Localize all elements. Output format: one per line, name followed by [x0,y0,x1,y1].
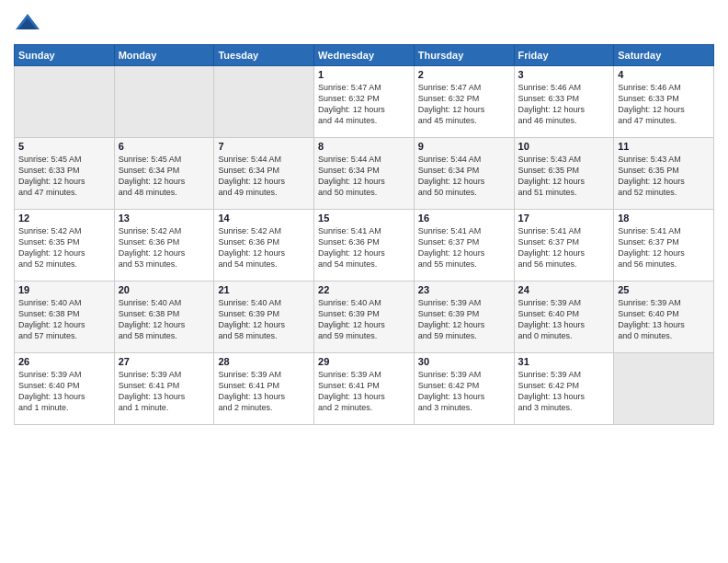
week-row-3: 12Sunrise: 5:42 AM Sunset: 6:35 PM Dayli… [15,210,714,282]
logo [14,9,45,37]
calendar-cell: 8Sunrise: 5:44 AM Sunset: 6:34 PM Daylig… [314,138,415,210]
day-info: Sunrise: 5:40 AM Sunset: 6:38 PM Dayligh… [18,297,110,342]
calendar-cell [214,66,314,138]
calendar-cell: 29Sunrise: 5:39 AM Sunset: 6:41 PM Dayli… [314,353,415,425]
day-number: 16 [418,213,510,224]
day-info: Sunrise: 5:46 AM Sunset: 6:33 PM Dayligh… [618,82,710,127]
day-info: Sunrise: 5:44 AM Sunset: 6:34 PM Dayligh… [418,154,510,199]
header-cell-thursday: Thursday [414,45,514,66]
day-number: 1 [318,69,410,80]
calendar-cell [114,66,214,138]
calendar-cell: 25Sunrise: 5:39 AM Sunset: 6:40 PM Dayli… [614,282,714,353]
calendar-cell: 22Sunrise: 5:40 AM Sunset: 6:39 PM Dayli… [314,282,415,353]
day-info: Sunrise: 5:39 AM Sunset: 6:42 PM Dayligh… [518,369,610,414]
calendar-cell: 5Sunrise: 5:45 AM Sunset: 6:33 PM Daylig… [15,138,115,210]
day-number: 19 [18,284,110,295]
day-info: Sunrise: 5:47 AM Sunset: 6:32 PM Dayligh… [318,82,410,127]
calendar-cell: 30Sunrise: 5:39 AM Sunset: 6:42 PM Dayli… [414,353,514,425]
day-number: 14 [218,213,310,224]
calendar-cell: 6Sunrise: 5:45 AM Sunset: 6:34 PM Daylig… [114,138,214,210]
day-number: 18 [618,213,710,224]
day-info: Sunrise: 5:39 AM Sunset: 6:41 PM Dayligh… [218,369,310,414]
header-cell-sunday: Sunday [15,45,115,66]
day-info: Sunrise: 5:46 AM Sunset: 6:33 PM Dayligh… [518,82,610,127]
day-info: Sunrise: 5:47 AM Sunset: 6:32 PM Dayligh… [418,82,510,127]
day-info: Sunrise: 5:40 AM Sunset: 6:39 PM Dayligh… [318,297,410,342]
calendar-cell: 7Sunrise: 5:44 AM Sunset: 6:34 PM Daylig… [214,138,314,210]
day-number: 20 [119,284,210,295]
day-info: Sunrise: 5:43 AM Sunset: 6:35 PM Dayligh… [618,154,710,199]
calendar-cell: 24Sunrise: 5:39 AM Sunset: 6:40 PM Dayli… [514,282,614,353]
day-info: Sunrise: 5:41 AM Sunset: 6:37 PM Dayligh… [418,225,510,270]
calendar-cell: 20Sunrise: 5:40 AM Sunset: 6:38 PM Dayli… [114,282,214,353]
day-number: 2 [418,69,510,80]
day-number: 10 [518,141,610,152]
calendar-cell [15,66,115,138]
day-number: 24 [518,284,610,295]
calendar-cell: 2Sunrise: 5:47 AM Sunset: 6:32 PM Daylig… [414,66,514,138]
header-cell-tuesday: Tuesday [214,45,314,66]
page: SundayMondayTuesdayWednesdayThursdayFrid… [0,0,728,434]
day-number: 15 [318,213,410,224]
day-number: 5 [18,141,110,152]
day-number: 26 [18,356,110,367]
day-info: Sunrise: 5:42 AM Sunset: 6:35 PM Dayligh… [18,225,110,270]
day-info: Sunrise: 5:39 AM Sunset: 6:40 PM Dayligh… [518,297,610,342]
day-number: 4 [618,69,710,80]
calendar-cell: 11Sunrise: 5:43 AM Sunset: 6:35 PM Dayli… [614,138,714,210]
day-info: Sunrise: 5:39 AM Sunset: 6:39 PM Dayligh… [418,297,510,342]
header [14,9,714,37]
day-number: 12 [18,213,110,224]
calendar-cell: 27Sunrise: 5:39 AM Sunset: 6:41 PM Dayli… [114,353,214,425]
calendar-cell: 21Sunrise: 5:40 AM Sunset: 6:39 PM Dayli… [214,282,314,353]
calendar-cell: 16Sunrise: 5:41 AM Sunset: 6:37 PM Dayli… [414,210,514,282]
day-number: 25 [618,284,710,295]
day-number: 22 [318,284,410,295]
day-info: Sunrise: 5:39 AM Sunset: 6:40 PM Dayligh… [618,297,710,342]
week-row-4: 19Sunrise: 5:40 AM Sunset: 6:38 PM Dayli… [15,282,714,353]
day-number: 21 [218,284,310,295]
calendar-cell: 28Sunrise: 5:39 AM Sunset: 6:41 PM Dayli… [214,353,314,425]
calendar-cell: 9Sunrise: 5:44 AM Sunset: 6:34 PM Daylig… [414,138,514,210]
day-info: Sunrise: 5:42 AM Sunset: 6:36 PM Dayligh… [218,225,310,270]
calendar-cell: 13Sunrise: 5:42 AM Sunset: 6:36 PM Dayli… [114,210,214,282]
day-info: Sunrise: 5:44 AM Sunset: 6:34 PM Dayligh… [318,154,410,199]
day-info: Sunrise: 5:42 AM Sunset: 6:36 PM Dayligh… [119,225,210,270]
day-info: Sunrise: 5:41 AM Sunset: 6:36 PM Dayligh… [318,225,410,270]
calendar-cell: 17Sunrise: 5:41 AM Sunset: 6:37 PM Dayli… [514,210,614,282]
calendar-cell: 18Sunrise: 5:41 AM Sunset: 6:37 PM Dayli… [614,210,714,282]
day-number: 28 [218,356,310,367]
day-number: 27 [119,356,210,367]
day-info: Sunrise: 5:39 AM Sunset: 6:42 PM Dayligh… [418,369,510,414]
calendar-cell: 23Sunrise: 5:39 AM Sunset: 6:39 PM Dayli… [414,282,514,353]
day-number: 8 [318,141,410,152]
day-info: Sunrise: 5:44 AM Sunset: 6:34 PM Dayligh… [218,154,310,199]
header-cell-monday: Monday [114,45,214,66]
day-number: 9 [418,141,510,152]
day-number: 3 [518,69,610,80]
day-info: Sunrise: 5:41 AM Sunset: 6:37 PM Dayligh… [618,225,710,270]
week-row-1: 1Sunrise: 5:47 AM Sunset: 6:32 PM Daylig… [15,66,714,138]
header-row: SundayMondayTuesdayWednesdayThursdayFrid… [15,45,714,66]
day-number: 7 [218,141,310,152]
day-info: Sunrise: 5:39 AM Sunset: 6:40 PM Dayligh… [18,369,110,414]
header-cell-wednesday: Wednesday [314,45,415,66]
day-info: Sunrise: 5:43 AM Sunset: 6:35 PM Dayligh… [518,154,610,199]
calendar-cell: 26Sunrise: 5:39 AM Sunset: 6:40 PM Dayli… [15,353,115,425]
day-number: 17 [518,213,610,224]
day-info: Sunrise: 5:40 AM Sunset: 6:38 PM Dayligh… [119,297,210,342]
day-number: 11 [618,141,710,152]
calendar-cell: 3Sunrise: 5:46 AM Sunset: 6:33 PM Daylig… [514,66,614,138]
day-number: 31 [518,356,610,367]
week-row-2: 5Sunrise: 5:45 AM Sunset: 6:33 PM Daylig… [15,138,714,210]
day-info: Sunrise: 5:39 AM Sunset: 6:41 PM Dayligh… [318,369,410,414]
day-info: Sunrise: 5:45 AM Sunset: 6:34 PM Dayligh… [119,154,210,199]
calendar-cell: 1Sunrise: 5:47 AM Sunset: 6:32 PM Daylig… [314,66,415,138]
calendar-cell [614,353,714,425]
header-cell-saturday: Saturday [614,45,714,66]
day-info: Sunrise: 5:40 AM Sunset: 6:39 PM Dayligh… [218,297,310,342]
day-number: 23 [418,284,510,295]
calendar-cell: 31Sunrise: 5:39 AM Sunset: 6:42 PM Dayli… [514,353,614,425]
day-number: 13 [119,213,210,224]
header-cell-friday: Friday [514,45,614,66]
